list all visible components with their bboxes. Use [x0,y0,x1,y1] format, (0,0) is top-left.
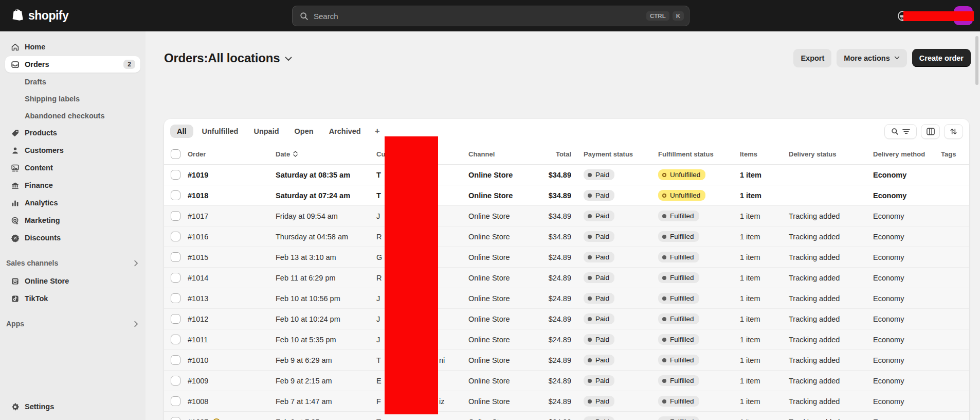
paid-status-icon [588,235,592,239]
export-button[interactable]: Export [793,49,831,67]
column-order[interactable]: Order [188,150,276,158]
sidebar-item-online-store[interactable]: Online Store [5,273,140,289]
order-number[interactable]: #1016 [188,233,208,241]
row-checkbox[interactable] [171,232,180,241]
order-number[interactable]: #1007 [188,418,208,420]
sidebar-section-apps[interactable]: Apps [5,317,140,330]
row-checkbox[interactable] [171,335,180,344]
more-actions-button[interactable]: More actions [837,49,906,67]
row-checkbox[interactable] [171,355,180,365]
row-checkbox[interactable] [171,376,180,386]
row-checkbox[interactable] [171,190,180,200]
row-checkbox[interactable] [171,293,180,303]
tab-archived[interactable]: Archived [322,125,368,138]
order-row-1016[interactable]: #1016Thursday at 04:58 amROnline Store$3… [164,226,969,247]
order-number[interactable]: #1018 [188,191,208,200]
order-row-1012[interactable]: #1012Feb 10 at 10:24 pmJOnline Store$24.… [164,309,969,329]
chevron-right-icon [134,260,138,267]
column-items[interactable]: Items [728,150,776,158]
column-channel[interactable]: Channel [468,150,540,158]
row-checkbox[interactable] [171,273,180,283]
page-scrollbar[interactable] [975,36,978,85]
row-checkbox[interactable] [171,396,180,406]
order-row-1019[interactable]: #1019Saturday at 08:35 amTOnline Store$3… [164,165,969,185]
marketing-icon [10,216,20,225]
add-view-button[interactable]: + [370,125,385,137]
sidebar-item-orders[interactable]: Orders2 [5,56,140,73]
order-number[interactable]: #1011 [188,336,208,344]
sidebar-item-analytics[interactable]: Analytics [5,195,140,211]
search-filter-button[interactable] [884,124,917,139]
shopify-logo[interactable]: shopify [11,8,68,23]
location-filter[interactable]: All locations [208,51,280,65]
sidebar-item-products[interactable]: Products [5,125,140,141]
order-number[interactable]: #1014 [188,274,208,282]
order-date: Saturday at 08:35 am [276,171,350,179]
column-tags[interactable]: Tags [929,150,969,158]
order-row-1009[interactable]: #1009Feb 9 at 2:15 amEOnline Store$24.89… [164,371,969,391]
order-row-1014[interactable]: #1014Feb 11 at 6:29 pmROnline Store$24.8… [164,268,969,288]
column-fulfillment-status[interactable]: Fulfillment status [646,150,728,158]
row-checkbox[interactable] [171,170,180,180]
search-input[interactable]: Search CTRL K [292,6,689,26]
channel: Online Store [468,253,510,261]
unfulfilled-status-icon [662,194,666,198]
order-number[interactable]: #1009 [188,377,208,385]
column-total[interactable]: Total [540,150,571,158]
delivery-method: Economy [873,191,906,200]
order-number[interactable]: #1012 [188,315,208,323]
order-number[interactable]: #1008 [188,397,208,406]
order-row-1007[interactable]: #1007Feb 6 at 7:05 amTOnline Store$24.89… [164,412,969,420]
column-delivery-method[interactable]: Delivery method [861,150,929,158]
discounts-icon [10,233,20,242]
payment-status-badge: Paid [571,416,646,420]
order-total: $34.89 [549,191,571,200]
sidebar-section-sales-channels[interactable]: Sales channels [5,256,140,270]
topbar: shopify Search CTRL K WM [0,0,980,31]
channel: Online Store [468,171,513,179]
order-row-1011[interactable]: #1011Feb 10 at 5:35 pmJOnline Store$24.8… [164,329,969,350]
column-date[interactable]: Date [276,150,376,158]
order-row-1017[interactable]: #1017Friday at 09:54 amJOnline Store$34.… [164,206,969,226]
order-row-1010[interactable]: #1010Feb 9 at 6:29 amTniOnline Store$24.… [164,350,969,371]
row-checkbox[interactable] [171,417,180,420]
order-number[interactable]: #1010 [188,356,208,364]
columns-button[interactable] [921,124,940,139]
sidebar-item-customers[interactable]: Customers [5,142,140,159]
sidebar-item-content[interactable]: Content [5,160,140,176]
select-all-checkbox[interactable] [171,149,180,159]
tab-all[interactable]: All [170,125,193,138]
order-row-1008[interactable]: #1008Feb 7 at 1:47 amFizOnline Store$24.… [164,391,969,412]
chevron-down-icon[interactable] [285,57,292,61]
search-placeholder: Search [314,12,643,21]
sidebar-item-tiktok[interactable]: TikTok [5,290,140,307]
sidebar-item-finance[interactable]: Finance [5,177,140,194]
order-number[interactable]: #1019 [188,171,208,179]
sidebar-item-discounts[interactable]: Discounts [5,230,140,246]
row-checkbox[interactable] [171,211,180,221]
sidebar-item-marketing[interactable]: Marketing [5,212,140,229]
sidebar-item-shipping-labels[interactable]: Shipping labels [5,91,140,107]
sidebar-item-home[interactable]: Home [5,39,140,55]
row-checkbox[interactable] [171,314,180,324]
row-checkbox[interactable] [171,252,180,262]
order-row-1018[interactable]: #1018Saturday at 07:24 amTOnline Store$3… [164,185,969,206]
delivery-status: Tracking added [789,397,840,406]
order-row-1015[interactable]: #1015Feb 13 at 3:10 amGOnline Store$24.8… [164,247,969,268]
column-payment-status[interactable]: Payment status [571,150,646,158]
sort-button[interactable] [944,124,963,139]
sidebar-item-settings[interactable]: Settings [5,398,140,415]
sidebar-item-drafts[interactable]: Drafts [5,74,140,90]
orders-count-badge: 2 [123,60,135,69]
order-number[interactable]: #1017 [188,212,208,220]
create-order-button[interactable]: Create order [912,49,971,67]
tab-unfulfilled[interactable]: Unfulfilled [195,125,245,138]
order-row-1013[interactable]: #1013Feb 10 at 10:56 pmJOnline Store$24.… [164,288,969,309]
tab-unpaid[interactable]: Unpaid [247,125,285,138]
column-delivery-status[interactable]: Delivery status [776,150,861,158]
order-number[interactable]: #1015 [188,253,208,261]
sidebar-item-abandoned-checkouts[interactable]: Abandoned checkouts [5,108,140,124]
order-number[interactable]: #1013 [188,294,208,303]
payment-status-badge: Paid [571,355,646,365]
tab-open[interactable]: Open [288,125,320,138]
